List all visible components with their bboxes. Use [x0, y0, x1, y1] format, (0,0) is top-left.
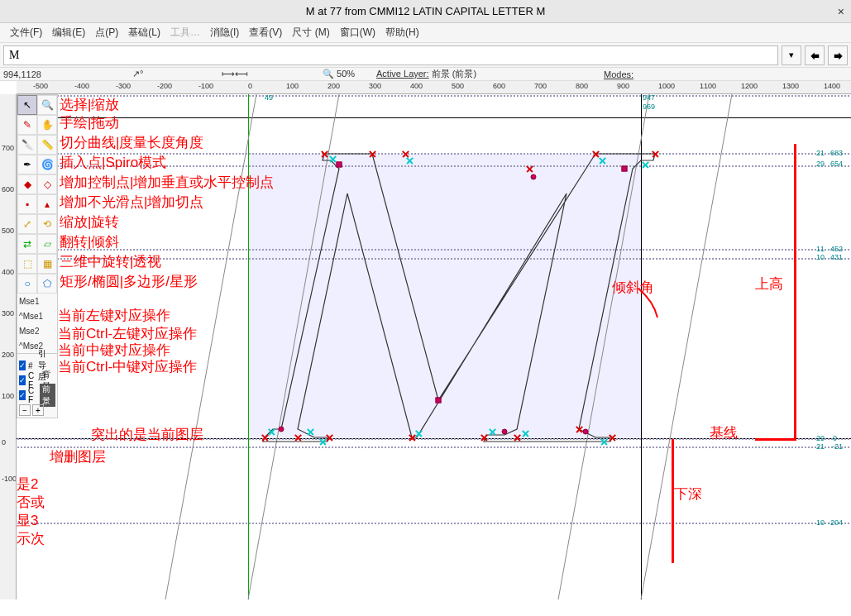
- char-input[interactable]: [3, 45, 778, 65]
- mse2-label: Mse2: [17, 323, 57, 338]
- tool-measure[interactable]: 📏: [37, 135, 57, 155]
- tool-rect[interactable]: ○: [17, 274, 37, 294]
- ann-select: 选择|缩放: [60, 95, 119, 114]
- ann-curve: 增加控制点|增加垂直或水平控制点: [60, 173, 274, 192]
- svg-line-0: [165, 94, 256, 599]
- modes-label: Modes:: [604, 69, 633, 79]
- tool-poly[interactable]: ⬠: [37, 274, 57, 294]
- tool-corner-point[interactable]: ▪: [17, 194, 37, 214]
- menu-tool: 工具…: [165, 24, 205, 41]
- menu-base[interactable]: 基础(L): [123, 24, 165, 41]
- add-layer-button[interactable]: +: [32, 404, 44, 416]
- svg-line-1: [248, 94, 339, 599]
- menu-dim[interactable]: 尺寸 (M): [287, 24, 334, 41]
- ann-cmse2: 当前Ctrl-中键对应操作: [58, 357, 197, 376]
- ann-fou: 否或: [17, 493, 45, 512]
- ann-shici: 示次: [17, 529, 45, 548]
- tool-freehand[interactable]: ✎: [17, 115, 37, 135]
- layer-row-fg[interactable]: ✓ C F 前景: [17, 388, 57, 403]
- ann-flip: 翻转|倾斜: [60, 232, 119, 251]
- tool-tangent-point[interactable]: ▴: [37, 194, 57, 214]
- tool-rotate[interactable]: ⟲: [37, 214, 57, 234]
- svg-line-3: [641, 94, 732, 599]
- tool-zoom[interactable]: 🔍: [37, 95, 57, 115]
- tool-pen[interactable]: ✒: [17, 155, 37, 174]
- menu-edit[interactable]: 编辑(E): [47, 24, 90, 41]
- char-dropdown[interactable]: ▾: [782, 45, 801, 65]
- next-char-button[interactable]: 🠲: [828, 45, 848, 65]
- prev-char-button[interactable]: 🠰: [805, 45, 825, 65]
- menubar: 文件(F) 编辑(E) 点(P) 基础(L) 工具… 消隐(I) 查看(V) 尺…: [0, 23, 851, 43]
- ann-pen: 插入点|Spiro模式: [60, 153, 166, 172]
- tool-hv-point[interactable]: ◇: [37, 174, 57, 194]
- tool-perspective[interactable]: ▦: [37, 254, 57, 274]
- vertical-ruler: 700 600 500 400 300 200 100 0 -100: [0, 94, 17, 599]
- tool-curve-point[interactable]: ◆: [17, 174, 37, 194]
- titlebar: M at 77 from CMMI12 LATIN CAPITAL LETTER…: [0, 0, 851, 23]
- tool-spiro[interactable]: 🌀: [37, 155, 57, 174]
- menu-view[interactable]: 查看(V): [244, 24, 287, 41]
- ann-scale: 缩放|旋转: [60, 212, 119, 232]
- ruler-icon: ⟼⟻: [222, 69, 248, 79]
- tool-scale[interactable]: ⤢: [17, 214, 37, 234]
- ann-currentlayer: 突出的是当前图层: [91, 425, 203, 444]
- tool-knife[interactable]: 🔪: [17, 135, 37, 155]
- ann-corner: 增加不光滑点|增加切点: [60, 193, 203, 212]
- ann-slant: 倾斜角: [612, 278, 654, 297]
- horizontal-ruler: -500 -400 -300 -200 -100 0 100 200 300 4…: [17, 81, 851, 94]
- menu-file[interactable]: 文件(F): [5, 24, 47, 41]
- remove-layer-button[interactable]: −: [19, 404, 31, 416]
- ann-adddel: 增删图层: [50, 447, 106, 466]
- charbar: ▾ 🠰 🠲: [0, 43, 851, 68]
- active-layer-label: Active Layer: 前景 (前景): [376, 68, 476, 80]
- mse1-label: Mse1: [17, 294, 57, 308]
- angle-icon: ↗°: [132, 69, 143, 79]
- ann-caph: 上高: [755, 275, 783, 294]
- ann-3d: 三维中旋转|透视: [60, 252, 161, 271]
- svg-line-2: [558, 94, 649, 599]
- ann-freehand: 手绘|拖动: [60, 113, 119, 132]
- menu-point[interactable]: 点(P): [90, 24, 123, 41]
- window-title: M at 77 from CMMI12 LATIN CAPITAL LETTER…: [306, 5, 545, 17]
- ann-shi: 是2: [17, 475, 38, 494]
- workarea: 700 600 500 400 300 200 100 0 -100: [0, 94, 851, 599]
- tool-flip[interactable]: ⇄: [17, 234, 37, 254]
- menu-help[interactable]: 帮助(H): [380, 24, 424, 41]
- zoom-display: 🔍 50%: [323, 69, 355, 79]
- tool-panel: ↖ 🔍 ✎ ✋ 🔪 📏 ✒ 🌀 ◆ ◇ ▪ ▴: [17, 94, 58, 418]
- ann-xian: 显3: [17, 511, 38, 530]
- layer-visible-check[interactable]: ✓: [19, 361, 26, 370]
- ann-depth: 下深: [674, 485, 702, 504]
- ctrl-mse1-label: ^Mse1: [17, 308, 57, 323]
- menu-window[interactable]: 窗口(W): [335, 24, 380, 41]
- layer-visible-check[interactable]: ✓: [19, 375, 26, 385]
- ann-mse1: 当前左键对应操作: [58, 306, 170, 325]
- tool-pointer[interactable]: ↖: [17, 95, 37, 115]
- tool-rotate3d[interactable]: ⬚: [17, 254, 37, 274]
- menu-hint[interactable]: 消隐(I): [205, 24, 244, 41]
- coordinates: 994,1128: [3, 69, 119, 79]
- tool-skew[interactable]: ▱: [37, 234, 57, 254]
- ann-baseline: 基线: [710, 423, 738, 442]
- close-icon[interactable]: ×: [838, 5, 844, 18]
- tool-hand[interactable]: ✋: [37, 115, 57, 135]
- layer-visible-check[interactable]: ✓: [19, 390, 26, 400]
- ann-rect: 矩形/椭圆|多边形/星形: [60, 272, 198, 291]
- infobar: 994,1128 ↗° ⟼⟻ 🔍 50% Active Layer: 前景 (前…: [0, 68, 851, 81]
- glyph-canvas[interactable]: 49 947 969 21 683 29 654 11 452 10 431 2…: [17, 94, 851, 599]
- ann-knife: 切分曲线|度量长度角度: [60, 133, 203, 152]
